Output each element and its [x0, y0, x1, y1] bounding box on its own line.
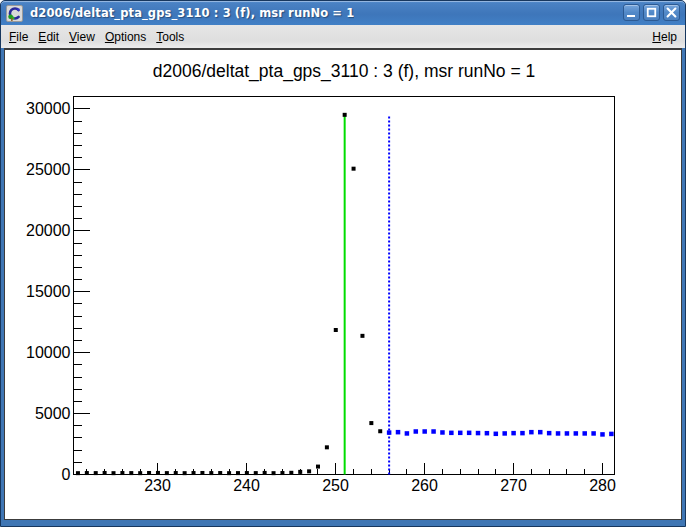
window-title: d2006/deltat_pta_gps_3110 : 3 (f), msr r… — [30, 6, 354, 20]
maximize-button[interactable] — [643, 4, 660, 21]
menu-options[interactable]: Options — [100, 27, 151, 47]
svg-text:25000: 25000 — [26, 161, 71, 178]
svg-text:260: 260 — [411, 477, 438, 494]
svg-text:240: 240 — [233, 477, 260, 494]
close-icon — [666, 7, 677, 18]
series-raw-data-histogram — [76, 113, 382, 475]
menu-edit[interactable]: Edit — [33, 27, 64, 47]
svg-text:20000: 20000 — [26, 222, 71, 239]
svg-text:10000: 10000 — [26, 344, 71, 361]
svg-text:5000: 5000 — [35, 405, 71, 422]
svg-text:30000: 30000 — [26, 100, 71, 117]
svg-text:15000: 15000 — [26, 283, 71, 300]
root-logo-icon — [6, 5, 23, 22]
window-buttons — [623, 4, 680, 21]
svg-text:d2006/deltat_pta_gps_3110 : 3: d2006/deltat_pta_gps_3110 : 3 (f), msr r… — [153, 61, 536, 82]
close-button[interactable] — [663, 4, 680, 21]
svg-text:0: 0 — [62, 466, 71, 483]
svg-text:250: 250 — [322, 477, 349, 494]
svg-text:280: 280 — [589, 477, 616, 494]
maximize-icon — [646, 7, 657, 18]
menu-file[interactable]: File — [4, 27, 33, 47]
window-titlebar[interactable]: d2006/deltat_pta_gps_3110 : 3 (f), msr r… — [1, 1, 685, 25]
x-axis: 230240250260270280 — [87, 463, 616, 495]
plot-area: d2006/deltat_pta_gps_3110 : 3 (f), msr r… — [5, 50, 683, 519]
menu-view[interactable]: View — [64, 27, 100, 47]
menu-help[interactable]: Help — [647, 27, 682, 47]
menu-tools[interactable]: Tools — [151, 27, 189, 47]
root-canvas[interactable]: d2006/deltat_pta_gps_3110 : 3 (f), msr r… — [4, 48, 682, 520]
minimize-button[interactable] — [623, 4, 640, 21]
root-canvas-window: d2006/deltat_pta_gps_3110 : 3 (f), msr r… — [0, 0, 686, 527]
svg-text:270: 270 — [500, 477, 527, 494]
plot-title: d2006/deltat_pta_gps_3110 : 3 (f), msr r… — [153, 61, 536, 82]
series-background-estimate — [387, 429, 614, 436]
y-axis: 050001000015000200002500030000 — [26, 97, 90, 484]
menu-bar: File Edit View Options Tools Help — [1, 25, 685, 48]
svg-text:230: 230 — [144, 477, 171, 494]
minimize-icon — [626, 7, 637, 18]
